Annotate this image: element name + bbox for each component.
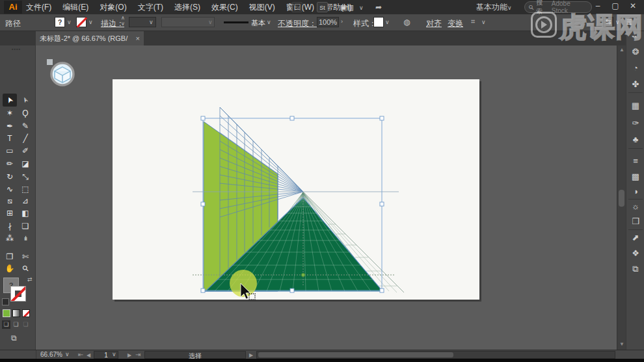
- color-guide-panel-icon[interactable]: ◔: [626, 63, 644, 73]
- document-tab[interactable]: 未标题-2* @ 66.67% (RGB/预览) ×: [36, 31, 144, 45]
- share-icon[interactable]: ➦: [375, 3, 382, 12]
- style-chevron-icon[interactable]: ∨: [385, 19, 390, 25]
- tab-close-icon[interactable]: ×: [136, 31, 140, 45]
- line-segment-tool[interactable]: ╱: [18, 132, 33, 145]
- stroke-color-swatch[interactable]: [76, 17, 87, 27]
- fill-chevron-icon[interactable]: ∨: [67, 19, 72, 25]
- type-tool[interactable]: T: [3, 132, 17, 145]
- artboards-panel-icon[interactable]: ⧉: [626, 264, 644, 274]
- shape-options-icon[interactable]: ⌗: [471, 18, 475, 26]
- arrange-documents-chevron-icon[interactable]: ∨: [359, 5, 364, 11]
- stroke-indicator[interactable]: [10, 286, 26, 302]
- opacity-arrow-icon[interactable]: ›: [341, 18, 343, 25]
- draw-inside-mode-button[interactable]: ❏: [21, 320, 30, 329]
- menu-object[interactable]: 对象(O): [100, 2, 126, 13]
- hand-tool[interactable]: ✋: [3, 262, 17, 275]
- vertical-scroll-thumb[interactable]: [619, 190, 624, 207]
- draw-normal-mode-button[interactable]: ❏: [2, 320, 10, 329]
- swatches-panel-icon[interactable]: ▦: [626, 101, 644, 110]
- blend-tool[interactable]: ❏: [18, 220, 33, 233]
- style-swatch[interactable]: [373, 17, 384, 27]
- artboard-chevron-icon[interactable]: ∨: [112, 351, 116, 357]
- stroke-stepper[interactable]: ∧∨: [121, 15, 125, 27]
- symbols-panel-icon[interactable]: ♣: [626, 135, 644, 144]
- zoom-level[interactable]: 66.67%: [40, 351, 62, 358]
- opacity-input[interactable]: 100%: [317, 17, 339, 27]
- brushes-panel-icon[interactable]: ✑: [626, 118, 644, 128]
- selection-tool[interactable]: ➤: [3, 94, 17, 107]
- stock-icon[interactable]: St: [317, 2, 328, 12]
- lasso-tool[interactable]: Ϙ: [18, 107, 33, 120]
- status-menu-arrow-icon[interactable]: ▶: [249, 352, 253, 358]
- perspective-grid-tool[interactable]: ⊿: [18, 194, 33, 207]
- transform-label[interactable]: 变换: [448, 18, 463, 29]
- menu-edit[interactable]: 编辑(E): [62, 2, 88, 13]
- none-button[interactable]: [22, 309, 30, 317]
- bridge-icon[interactable]: Br: [291, 2, 302, 12]
- export-panel-icon[interactable]: ⬈: [626, 233, 644, 242]
- magic-wand-tool[interactable]: ✶: [3, 107, 17, 120]
- symbol-sprayer-tool[interactable]: ⁂: [3, 232, 17, 245]
- pencil-tool[interactable]: ✏: [3, 157, 17, 170]
- zoom-chevron-icon[interactable]: ∨: [65, 351, 70, 357]
- brush-chevron-icon[interactable]: ∨: [267, 19, 271, 25]
- menu-type[interactable]: 文字(T): [138, 2, 163, 13]
- gradient-panel-icon[interactable]: ▩: [626, 172, 644, 181]
- opacity-label[interactable]: 不透明度：: [278, 18, 317, 29]
- panel-grip[interactable]: ▪▪▪▪: [12, 47, 21, 51]
- perspective-plane-widget[interactable]: [47, 59, 74, 85]
- horizontal-scroll-thumb[interactable]: [258, 352, 453, 357]
- first-artboard-icon[interactable]: ⇤: [78, 351, 83, 358]
- arrange-documents-icon[interactable]: ▣▥: [340, 3, 354, 12]
- curvature-tool[interactable]: ✎: [18, 120, 33, 133]
- screen-mode-button[interactable]: ⧉: [11, 333, 17, 343]
- gradient-tool[interactable]: ◧: [18, 207, 33, 220]
- fill-color-swatch[interactable]: ?: [55, 17, 65, 27]
- scale-tool[interactable]: ⤡: [18, 170, 33, 183]
- width-profile-dropdown[interactable]: [161, 17, 215, 27]
- zoom-tool[interactable]: ⚲: [18, 262, 33, 275]
- menu-view[interactable]: 视图(V): [249, 2, 275, 13]
- scroll-down-icon[interactable]: ▼: [619, 341, 625, 347]
- color-themes-panel-icon[interactable]: ✤: [626, 79, 644, 89]
- slice-tool[interactable]: ✄: [18, 250, 33, 263]
- rectangle-tool[interactable]: ▭: [3, 144, 17, 157]
- transparency-panel-icon[interactable]: ◑: [626, 187, 644, 196]
- search-input[interactable]: ⚲ 搜索 Adobe Stock: [524, 1, 592, 13]
- menu-file[interactable]: 文件(F): [26, 2, 51, 13]
- stroke-weight-chevron-icon[interactable]: ∨: [149, 19, 154, 25]
- gradient-button[interactable]: [12, 309, 20, 317]
- prev-artboard-icon[interactable]: ◀: [87, 352, 90, 358]
- next-artboard-icon[interactable]: ▶: [127, 352, 131, 358]
- horizontal-scrollbar[interactable]: [256, 351, 615, 359]
- mesh-tool[interactable]: ⊞: [3, 207, 17, 220]
- width-tool[interactable]: ∿: [3, 183, 17, 196]
- workspace-switcher[interactable]: 基本功能: [476, 2, 507, 13]
- appearance-panel-icon[interactable]: ☼: [626, 201, 644, 211]
- shape-options-chevron-icon[interactable]: ∨: [481, 19, 486, 25]
- align-label[interactable]: 对齐: [426, 18, 442, 29]
- rotate-tool[interactable]: ↻: [3, 170, 17, 183]
- color-button[interactable]: [3, 309, 10, 317]
- column-graph-tool[interactable]: ılı: [18, 232, 33, 245]
- direct-selection-tool[interactable]: ➣: [18, 94, 33, 107]
- eraser-tool[interactable]: ◪: [18, 157, 33, 170]
- ground-origin-dot[interactable]: [301, 273, 304, 276]
- select-similar-chevron-icon[interactable]: ∨: [615, 19, 620, 25]
- maximize-button[interactable]: ▢: [610, 1, 621, 10]
- stroke-chevron-icon[interactable]: ∨: [88, 19, 93, 25]
- graphic-styles-panel-icon[interactable]: ❒: [626, 216, 644, 226]
- close-button[interactable]: ✕: [627, 1, 639, 10]
- artboard-tool[interactable]: ❐: [3, 250, 17, 263]
- scroll-up-icon[interactable]: ▲: [619, 47, 625, 53]
- last-artboard-icon[interactable]: ⇥: [135, 351, 141, 358]
- draw-behind-mode-button[interactable]: ❏: [12, 320, 20, 329]
- workspace-chevron-icon[interactable]: ∨: [507, 5, 512, 11]
- eyedropper-tool[interactable]: ∤: [3, 220, 17, 233]
- default-fill-stroke-icon[interactable]: [2, 298, 9, 305]
- width-profile-chevron-icon[interactable]: ∨: [208, 19, 213, 25]
- menu-select[interactable]: 选择(S): [174, 2, 200, 13]
- swap-fill-stroke-icon[interactable]: ⇄: [27, 276, 33, 283]
- shape-builder-tool[interactable]: ⧅: [3, 194, 17, 207]
- minimize-button[interactable]: –: [592, 1, 604, 10]
